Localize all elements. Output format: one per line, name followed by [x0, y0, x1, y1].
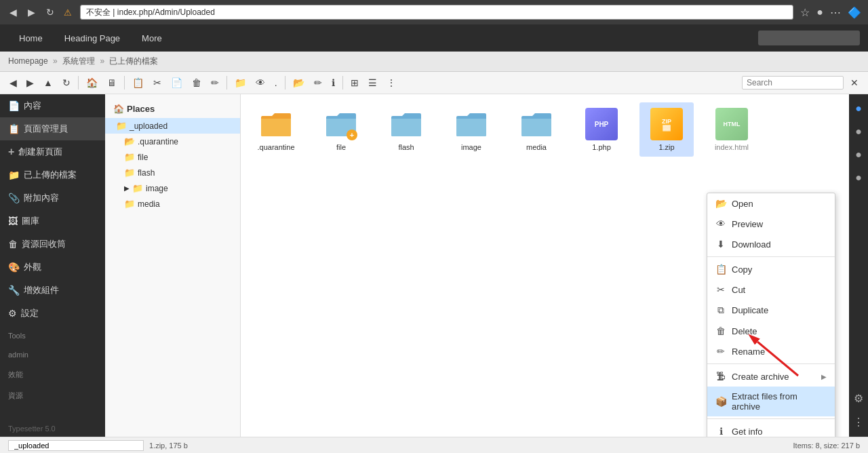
sidebar-item-label-settings: 設定: [21, 307, 39, 319]
toolbar-up-btn[interactable]: ▲: [39, 75, 57, 91]
sidebar-item-appearance[interactable]: 🎨 外觀: [0, 256, 105, 279]
toolbar-edit-btn[interactable]: ✏: [310, 75, 326, 91]
security-warning-icon: ⚠: [64, 7, 72, 18]
file-item-zip[interactable]: ZIP ▓▓ 1.zip: [639, 102, 694, 157]
toolbar-hidden-btn[interactable]: .: [271, 75, 281, 91]
toolbar-copy-btn[interactable]: 📋: [128, 75, 148, 91]
sidebar-item-create-page[interactable]: + 創建新頁面: [0, 140, 105, 163]
additional-content-icon: 📎: [8, 193, 20, 203]
context-menu-preview[interactable]: 👁 Preview: [707, 214, 835, 234]
status-path-input[interactable]: [8, 440, 144, 451]
breadcrumb-system-management[interactable]: 系統管理: [62, 56, 95, 66]
toolbar-extra-btn[interactable]: ⋮: [382, 75, 400, 91]
media-folder-name: media: [526, 143, 547, 151]
sidebar-item-label-uploaded: 已上傳的檔案: [24, 169, 77, 181]
sidebar-item-admin[interactable]: admin: [0, 347, 105, 363]
nav-home[interactable]: Home: [8, 28, 54, 49]
right-sidebar-extra-icon[interactable]: ⋮: [850, 413, 867, 431]
context-menu-cut[interactable]: ✂ Cut: [707, 279, 835, 300]
toolbar-reload-btn[interactable]: ↻: [58, 75, 75, 91]
toolbar-delete-btn[interactable]: 🗑: [188, 75, 205, 91]
php-file-name: 1.php: [592, 143, 611, 151]
top-search-input[interactable]: [758, 31, 860, 45]
file-item-media[interactable]: media: [509, 102, 564, 157]
toolbar-info-btn[interactable]: ℹ: [328, 75, 339, 91]
sidebar-item-uploaded-files[interactable]: 📁 已上傳的檔案: [0, 163, 105, 186]
toolbar-new-folder-btn[interactable]: 📁: [231, 75, 250, 91]
nav-heading-page[interactable]: Heading Page: [54, 28, 131, 49]
create-page-icon: +: [8, 146, 14, 158]
context-menu-duplicate[interactable]: ⧉ Duplicate: [707, 300, 835, 321]
sidebar-item-settings[interactable]: ⚙ 設定: [0, 302, 105, 325]
toolbar-grid-view-btn[interactable]: ⊞: [347, 75, 363, 91]
file-item-quarantine[interactable]: .quarantine: [249, 102, 303, 157]
file-item-image[interactable]: image: [444, 102, 498, 157]
tree-item-image[interactable]: ▶ 📁 image: [105, 180, 240, 196]
sidebar-item-tools[interactable]: Tools: [0, 328, 105, 344]
right-sidebar-icon-3[interactable]: ●: [852, 146, 865, 163]
tree-item-media[interactable]: 📁 media: [105, 196, 240, 212]
toolbar-home-btn[interactable]: 🏠: [82, 75, 102, 91]
toolbar-sep-1: [78, 76, 79, 90]
context-menu-extract[interactable]: 📦 Extract files from archive: [707, 387, 835, 416]
toolbar-cut-btn[interactable]: ✂: [149, 75, 165, 91]
tree-item-quarantine[interactable]: 📂 .quarantine: [105, 134, 240, 149]
right-sidebar-settings-icon[interactable]: ⚙: [851, 389, 866, 408]
star-icon[interactable]: ☆: [799, 5, 811, 20]
menu-icon[interactable]: ⋯: [829, 5, 842, 20]
toolbar-rename-btn[interactable]: ✏: [207, 75, 223, 91]
toolbar-sep-2: [124, 76, 125, 90]
breadcrumb-sep-2: »: [100, 56, 104, 66]
nav-more[interactable]: More: [131, 28, 173, 49]
context-menu-get-info[interactable]: ℹ Get info: [707, 421, 835, 437]
file-item-flash[interactable]: flash: [379, 102, 433, 157]
toolbar-desktop-btn[interactable]: 🖥: [103, 75, 121, 91]
breadcrumb-homepage[interactable]: Homepage: [8, 56, 48, 66]
sidebar-item-resources[interactable]: 資源: [0, 387, 105, 405]
toolbar-list-view-btn[interactable]: ☰: [364, 75, 381, 91]
tree-item-flash[interactable]: 📁 flash: [105, 165, 240, 180]
context-menu-delete[interactable]: 🗑 Delete: [707, 321, 835, 341]
address-bar[interactable]: 不安全 | index.php/Admin/Uploaded: [80, 5, 793, 20]
refresh-button[interactable]: ↻: [42, 4, 58, 20]
tree-item-uploaded[interactable]: 📁 _uploaded: [105, 118, 240, 134]
back-button[interactable]: ◀: [5, 4, 21, 20]
context-menu-copy[interactable]: 📋 Copy: [707, 259, 835, 279]
file-item-file[interactable]: + file: [314, 102, 368, 157]
tree-item-media-label: media: [138, 199, 160, 209]
context-info-icon: ℹ: [715, 426, 726, 437]
toolbar-back-btn[interactable]: ◀: [5, 75, 21, 91]
tree-item-file[interactable]: 📁 file: [105, 149, 240, 165]
sidebar-item-additional-content[interactable]: 📎 附加內容: [0, 186, 105, 210]
sidebar-item-recycle[interactable]: 🗑 資源回收筒: [0, 233, 105, 256]
quarantine-file-name: .quarantine: [257, 143, 294, 151]
context-rename-icon: ✏: [715, 346, 726, 357]
forward-button[interactable]: ▶: [24, 4, 39, 20]
file-item-php[interactable]: PHP 1.php: [574, 102, 629, 157]
places-icon: 🏠: [113, 104, 124, 114]
sidebar-item-gallery[interactable]: 🖼 圖庫: [0, 210, 105, 233]
sidebar-item-content[interactable]: 📄 內容: [0, 94, 105, 117]
context-menu-create-archive[interactable]: 🗜 Create archive ▶: [707, 366, 835, 387]
toolbar-search-input[interactable]: [742, 76, 844, 90]
right-sidebar-icon-1[interactable]: ●: [852, 100, 865, 117]
context-menu-rename[interactable]: ✏ Rename: [707, 341, 835, 361]
tree-item-root-label: _uploaded: [130, 121, 167, 131]
toolbar-open-btn[interactable]: 📂: [289, 75, 309, 91]
sidebar-item-label-appearance: 外觀: [24, 261, 41, 273]
toolbar-search-clear-btn[interactable]: ✕: [846, 75, 863, 91]
image-folder-view-icon: [455, 108, 488, 140]
right-sidebar-icon-4[interactable]: ●: [852, 169, 865, 186]
right-sidebar-icon-2[interactable]: ●: [852, 123, 865, 140]
sidebar-item-page-manager[interactable]: 📋 頁面管理員: [0, 117, 105, 140]
sidebar-item-plugins[interactable]: 🔧 增效組件: [0, 279, 105, 302]
extension-icon[interactable]: 🔷: [846, 5, 863, 20]
toolbar-view-btn[interactable]: 👁: [252, 75, 269, 91]
file-item-html[interactable]: HTML index.html: [705, 102, 759, 157]
profile-icon[interactable]: ●: [815, 5, 825, 20]
toolbar-forward-btn[interactable]: ▶: [22, 75, 38, 91]
context-menu-open[interactable]: 📂 Open: [707, 193, 835, 214]
context-menu-download[interactable]: ⬇ Download: [707, 234, 835, 254]
sidebar-item-performance[interactable]: 效能: [0, 366, 105, 384]
toolbar-paste-btn[interactable]: 📄: [167, 75, 186, 91]
